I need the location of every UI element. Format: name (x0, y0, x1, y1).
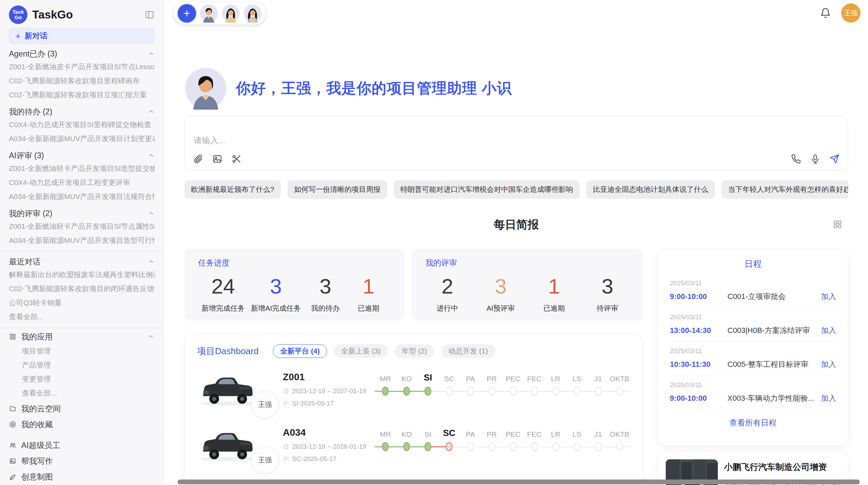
paperclip-icon[interactable] (193, 154, 203, 164)
sidebar-item[interactable]: Z001-全新燃油轻卡产品开发项目SI造型提交物评审 (9, 161, 155, 175)
sidebar-my-favorites[interactable]: 我的收藏 (9, 417, 155, 432)
folder-icon (9, 405, 16, 412)
sidebar-item[interactable]: C02-飞腾新能源轻客改款项目立项汇报方案 (9, 88, 155, 102)
stat-label: 我的待办 (307, 303, 344, 313)
view-all-schedule-link[interactable]: 查看所有日程 (670, 418, 836, 428)
schedule-item: 2025/03/11 9:00-10:00 C001-立项审批会 加入 (670, 274, 836, 308)
section-header-my-review[interactable]: 我的评审 (2) (9, 208, 155, 219)
tab-model-year[interactable]: 年型 (2) (395, 344, 434, 358)
stat-value: 3 (482, 275, 519, 297)
milestone-node (488, 442, 495, 451)
schedule-time: 10:30-11:30 (670, 360, 727, 369)
suggestion-chip[interactable]: 当下年轻人对汽车外观有怎样的喜好趋势 (722, 180, 848, 199)
sidebar-item[interactable]: Z001-全新燃油轻卡产品开发项目SI节点属性5D文件评审 (9, 219, 155, 233)
scissors-icon[interactable] (231, 154, 242, 164)
sidebar-my-apps[interactable]: 我的应用 (9, 329, 155, 344)
suggestion-chip[interactable]: 比亚迪全固态电池计划具体说了什么 (587, 180, 715, 199)
project-image-block: 王强 (197, 371, 283, 414)
join-meeting-link[interactable]: 加入 (821, 359, 836, 370)
sidebar-item[interactable]: Z001-全新燃油皮卡产品开发项目SI节点Lesson Learn报告 (9, 60, 155, 74)
project-date-range: 2023-12-19 ~ 2026-01-19 (283, 443, 375, 450)
input-attachments-toolbar (193, 154, 242, 164)
section-title: 我的评审 (2) (9, 208, 52, 219)
tab-new-platform[interactable]: 全新平台 (4) (273, 344, 327, 358)
milestone-label: MR (375, 371, 396, 385)
divider (0, 436, 164, 436)
sidebar-item[interactable]: C0X4-动力总成开发项目工程变更评审 (9, 175, 155, 189)
suggestion-chip[interactable]: 如何写一份清晰的项目周报 (288, 180, 387, 199)
send-icon[interactable] (829, 154, 840, 164)
project-row[interactable]: 王强 A034 2023-12-19 ~ 2026-01-19 SC-2025-… (197, 426, 630, 470)
sidebar-item[interactable]: A034-全新新能源MUV产品开发项目法规符合性评审 (9, 189, 155, 203)
milestone-node (552, 442, 559, 451)
microphone-icon[interactable] (810, 154, 820, 164)
recent-chat-item[interactable]: C02-飞腾新能源轻客改款项目的闭环通告反馈情况 (9, 282, 155, 296)
tab-powertrain[interactable]: 动总开发 (1) (441, 344, 495, 358)
chat-input-card[interactable] (184, 116, 848, 170)
milestone-timeline: MRKOSISCPAPRPECFECLRLSJ1OKTB (375, 371, 630, 414)
suggestion-chip[interactable]: 欧洲新规最近颁布了什么? (184, 180, 281, 199)
star-badge-icon (9, 421, 16, 428)
milestone-label: PA (460, 371, 481, 385)
view-all-chats-link[interactable]: 查看全部... (9, 310, 155, 324)
section-ai-review: AI评审 (3) Z001-全新燃油轻卡产品开发项目SI造型提交物评审 C0X4… (9, 150, 155, 203)
sidebar-item[interactable]: C0X4-动力总成开发项目SI里程碑提交物检查 (9, 117, 155, 132)
dashboard-header: 项目Dashboard 全新平台 (4) 全新上装 (3) 年型 (2) 动总开… (197, 344, 630, 359)
stat-label: 新增完成任务 (202, 303, 245, 313)
section-header-my-todo[interactable]: 我的待办 (2) (9, 106, 155, 117)
tool-ai-super-staff[interactable]: AI超级员工 (9, 438, 155, 452)
assistant-avatar (184, 67, 227, 110)
sidebar-my-cloud[interactable]: 我的云空间 (9, 401, 155, 416)
stat: 1 已逾期 (535, 275, 572, 313)
sidebar-item[interactable]: A034-全新新能源MUV产品开发项目计划变更表编写 (9, 132, 155, 146)
tab-new-body[interactable]: 全新上装 (3) (334, 344, 388, 358)
stat-value: 3 (251, 275, 301, 297)
new-chat-button[interactable]: + 新对话 (9, 28, 155, 44)
milestone-node (552, 387, 559, 396)
chevron-up-icon (148, 108, 155, 115)
stat: 3 新增AI完成任务 (251, 275, 301, 313)
image-attach-icon[interactable] (212, 154, 222, 164)
tool-help-me-write[interactable]: 帮我写作 (9, 454, 155, 468)
milestone-label: SC (438, 426, 460, 441)
schedule-title: 日程 (670, 258, 836, 270)
layout-grid-icon[interactable] (832, 219, 843, 229)
join-meeting-link[interactable]: 加入 (821, 325, 836, 336)
app-item-project-management[interactable]: 项目管理 (9, 344, 155, 358)
schedule-event-title: C003|H0B-方案冻结评审 (727, 325, 821, 336)
tool-creative-drawing[interactable]: 创意制图 (9, 470, 155, 484)
sidebar-item[interactable]: C02-飞腾新能源轻客改款项目里程碑画布 (9, 74, 155, 88)
chevron-up-icon (148, 210, 155, 217)
suggestion-chip[interactable]: 特朗普可能对进口汽车增税会对中国车企造成哪些影响 (394, 180, 580, 199)
recent-chat-item[interactable]: 解释最新出台的欧盟报废车法规再生塑料比例被调至15%... (9, 268, 155, 282)
join-meeting-link[interactable]: 加入 (821, 291, 836, 302)
chat-input[interactable] (193, 135, 840, 146)
recent-chat-item[interactable]: 公司Q3轻卡销量 (9, 296, 155, 310)
phone-call-icon[interactable] (791, 154, 801, 164)
project-row[interactable]: 王强 Z001 2023-12-19 ~ 2027-01-19 SI-2025-… (197, 371, 630, 414)
sidebar: Task Go TaskGo + 新对话 Agent已办 (3) Z001-全新… (0, 0, 164, 485)
milestone-node (616, 442, 623, 451)
horizontal-scrollbar[interactable] (178, 480, 860, 484)
join-meeting-link[interactable]: 加入 (821, 393, 836, 403)
app-item-change-management[interactable]: 变更管理 (9, 372, 155, 386)
milestone-label: PEC (502, 371, 523, 385)
section-my-review: 我的评审 (2) Z001-全新燃油轻卡产品开发项目SI节点属性5D文件评审 A… (9, 208, 155, 247)
input-actions-toolbar (791, 154, 840, 164)
app-item-product-management[interactable]: 产品管理 (9, 358, 155, 372)
clock-icon (283, 388, 289, 394)
section-my-todo: 我的待办 (2) C0X4-动力总成开发项目SI里程碑提交物检查 A034-全新… (9, 106, 155, 146)
sidebar-item[interactable]: A034-全新新能源MUV产品开发项目造型可行性评审 (9, 233, 155, 247)
section-header-ai-review[interactable]: AI评审 (3) (9, 150, 155, 161)
milestone-label: SC (438, 371, 460, 385)
section-recent-chats: 最近对话 解释最新出台的欧盟报废车法规再生塑料比例被调至15%... C02-飞… (9, 256, 155, 324)
project-owner-badge: 王强 (251, 391, 279, 418)
new-chat-label: 新对话 (25, 31, 47, 41)
main-area: 王强 你好，王强，我是你的项目管理助理 小识 (164, 0, 868, 485)
schedule-time: 13:00-14:30 (670, 326, 727, 335)
app-item-view-all[interactable]: 查看全部... (9, 386, 155, 400)
tool-label: 帮我写作 (21, 456, 53, 467)
section-header-recent-chats[interactable]: 最近对话 (9, 256, 155, 268)
sidebar-collapse-icon[interactable] (144, 10, 155, 20)
section-header-agent-done[interactable]: Agent已办 (3) (9, 48, 155, 60)
